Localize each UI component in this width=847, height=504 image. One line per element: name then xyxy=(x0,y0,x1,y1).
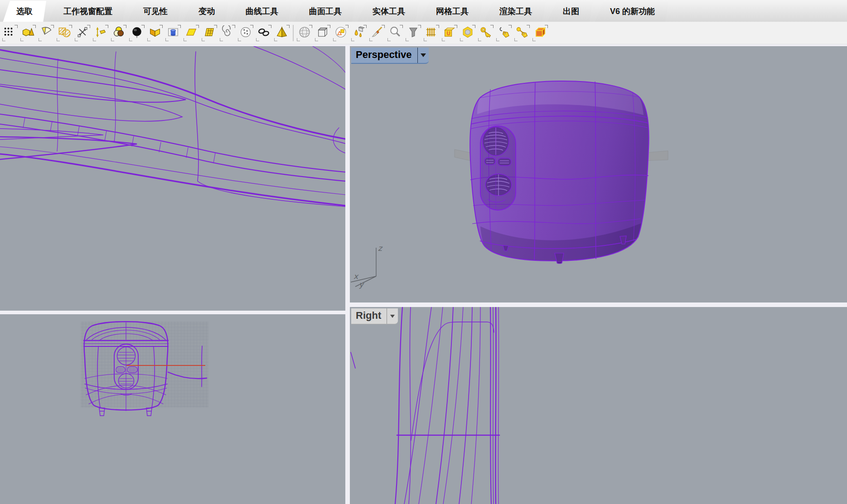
flyout-corner-mark xyxy=(202,38,205,41)
toolbar-button-chain[interactable] xyxy=(255,23,273,43)
toolbar-button-paintbrush[interactable] xyxy=(368,23,386,43)
flyout-corner-mark xyxy=(15,25,18,28)
toolbar-button-tag-hook[interactable] xyxy=(495,23,513,43)
wireframe-curves-canvas xyxy=(0,46,345,311)
viewport-front[interactable] xyxy=(0,314,345,504)
flyout-corner-mark xyxy=(268,25,271,28)
viewport-label-perspective[interactable]: Perspective xyxy=(351,48,429,64)
toolbar-button-venn-circles[interactable] xyxy=(110,23,128,43)
toolbar-button-folded-surface[interactable] xyxy=(146,23,164,43)
tab-7[interactable]: 实体工具 xyxy=(357,2,419,22)
toolbar-button-u-box[interactable]: U xyxy=(440,23,459,43)
construction-grid xyxy=(81,322,208,408)
flyout-corner-mark xyxy=(309,25,312,28)
toolbar-button-funnel[interactable] xyxy=(404,23,422,43)
tab-4[interactable]: 变动 xyxy=(183,2,228,22)
toolbar-button-gray-sphere[interactable] xyxy=(295,23,314,43)
flyout-corner-mark xyxy=(238,38,241,41)
svg-text:U: U xyxy=(446,30,450,36)
flyout-corner-mark xyxy=(496,38,499,41)
rhino-app-window: 选取工作视窗配置可见性变动曲线工具曲面工具实体工具网格工具渲染工具出图V6 的新… xyxy=(0,0,847,504)
tab-label: 选取 xyxy=(16,6,33,17)
tab-9[interactable]: 渲染工具 xyxy=(484,2,546,22)
tab-3[interactable]: 可见性 xyxy=(128,2,181,22)
front-canvas xyxy=(0,314,345,504)
tab-label: 曲线工具 xyxy=(246,6,278,17)
axis-z-label: z xyxy=(378,244,383,253)
flyout-corner-mark xyxy=(297,38,300,41)
flyout-corner-mark xyxy=(39,38,42,41)
tab-label: 变动 xyxy=(198,6,215,17)
toolbar-button-dotted-sphere[interactable] xyxy=(237,23,255,43)
toolbar-separator xyxy=(293,25,294,41)
viewport-label-right[interactable]: Right xyxy=(351,308,398,324)
toolbar-button-spiral[interactable] xyxy=(218,23,237,43)
tab-2[interactable]: 工作视窗配置 xyxy=(48,2,126,22)
viewport-menu-button[interactable] xyxy=(387,308,398,324)
tab-label: 工作视窗配置 xyxy=(63,6,112,17)
toolbar-button-blue-cylinder[interactable] xyxy=(164,23,182,43)
toolbar-button-key[interactable] xyxy=(477,23,495,43)
toolbar-button-cube-drops[interactable] xyxy=(350,23,368,43)
tab-8[interactable]: 网格工具 xyxy=(421,2,482,22)
toolbar-button-crossing-arrows[interactable] xyxy=(73,23,92,43)
tab-6[interactable]: 曲面工具 xyxy=(294,2,355,22)
flyout-corner-mark xyxy=(351,38,354,41)
toolbar-button-magnifier[interactable] xyxy=(386,23,404,43)
toolbar-button-hatched-shapes[interactable] xyxy=(55,23,73,43)
flyout-corner-mark xyxy=(57,38,60,41)
toolbar-button-wire-cube[interactable] xyxy=(314,23,332,43)
model-rice-cooker xyxy=(470,81,649,264)
tab-1[interactable]: 选取 xyxy=(3,1,46,22)
chevron-down-icon xyxy=(390,315,395,318)
toolbar-button-ruler-hand[interactable] xyxy=(92,23,110,43)
tab-10[interactable]: 出图 xyxy=(547,2,593,22)
flyout-corner-mark xyxy=(363,25,367,28)
flyout-corner-mark xyxy=(160,25,163,28)
tab-11[interactable]: V6 的新功能 xyxy=(595,2,668,22)
flyout-corner-mark xyxy=(196,25,199,28)
viewport-title: Perspective xyxy=(351,48,417,63)
toolbar-button-grid-plane[interactable] xyxy=(200,23,218,43)
viewport-top-left[interactable] xyxy=(0,46,345,311)
toolbar-button-box-cone[interactable] xyxy=(19,23,37,43)
flyout-corner-mark xyxy=(400,25,403,28)
perspective-canvas: z x y xyxy=(350,46,847,302)
flyout-corner-mark xyxy=(69,25,72,28)
toolbar-button-fence[interactable] xyxy=(422,23,440,43)
flyout-corner-mark xyxy=(129,38,132,41)
flyout-corner-mark xyxy=(436,25,439,28)
flyout-corner-mark xyxy=(184,38,187,41)
flyout-corner-mark xyxy=(333,38,336,41)
toolbar-button-orange-cube[interactable] xyxy=(531,23,549,43)
axis-gnomon: z x y xyxy=(351,244,383,289)
tab-label: 可见性 xyxy=(143,6,168,17)
tab-label: 渲染工具 xyxy=(499,6,532,17)
flyout-corner-mark xyxy=(20,38,24,41)
flyout-corner-mark xyxy=(2,38,5,41)
toolbar-button-key-tag[interactable] xyxy=(513,23,531,43)
viewport-menu-button[interactable] xyxy=(417,48,429,63)
main-toolbar: U xyxy=(0,22,847,44)
toolbar-button-black-sphere[interactable] xyxy=(128,23,146,43)
tab-5[interactable]: 曲线工具 xyxy=(230,2,292,22)
tab-label: 曲面工具 xyxy=(309,6,342,17)
toolbar-button-wedge[interactable] xyxy=(37,23,55,43)
tab-label: V6 的新功能 xyxy=(610,6,655,17)
viewport-perspective[interactable]: z x y Perspective xyxy=(350,46,847,302)
flyout-corner-mark xyxy=(418,25,421,28)
tab-label: 实体工具 xyxy=(373,6,405,17)
flyout-corner-mark xyxy=(508,25,512,28)
flyout-corner-mark xyxy=(250,25,253,28)
viewport-right[interactable]: Right xyxy=(350,307,847,504)
toolbar-button-yellow-plane[interactable] xyxy=(182,23,200,43)
toolbar-button-pyramid[interactable] xyxy=(273,23,291,43)
flyout-corner-mark xyxy=(327,25,330,28)
toolbar-button-hexagon-ring[interactable] xyxy=(459,23,477,43)
toolbar-button-dots-grid[interactable] xyxy=(1,23,19,43)
toolbar-button-shapes-in-circle[interactable] xyxy=(332,23,350,43)
flyout-corner-mark xyxy=(123,25,126,28)
axis-y-label: y xyxy=(359,280,364,289)
flyout-corner-mark xyxy=(382,25,385,28)
flyout-corner-mark xyxy=(51,25,54,28)
